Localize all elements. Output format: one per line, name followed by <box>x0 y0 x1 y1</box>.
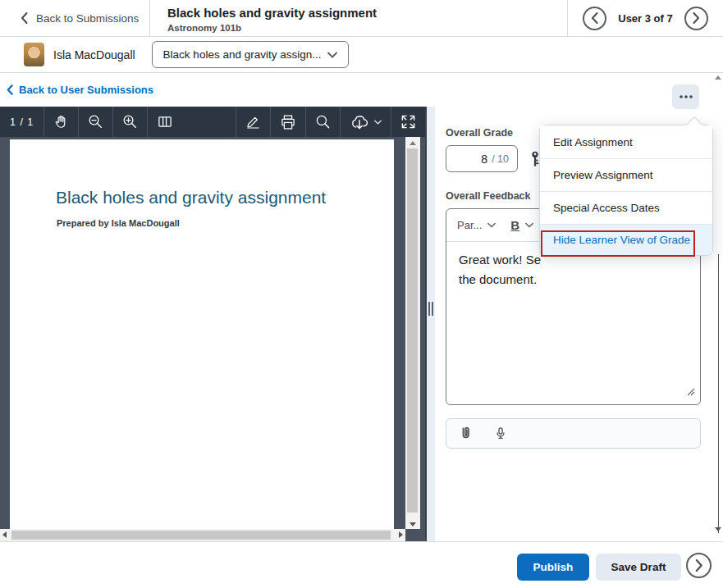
user-navigation: User 3 of 7 <box>567 0 723 36</box>
previous-user-button[interactable] <box>583 7 606 30</box>
grade-denominator: / 10 <box>492 153 509 165</box>
overall-grade-label: Overall Grade <box>446 127 513 139</box>
ellipsis-icon <box>678 93 694 100</box>
editor-resize-handle-icon[interactable] <box>687 385 695 399</box>
feedback-line-2: the document. <box>459 270 688 289</box>
download-button[interactable] <box>341 107 391 137</box>
scroll-up-arrow-icon[interactable] <box>410 141 416 145</box>
search-document-button[interactable] <box>306 107 340 137</box>
paperclip-icon <box>459 426 474 442</box>
vertical-scrollbar-thumb[interactable] <box>407 148 418 513</box>
save-draft-button[interactable]: Save Draft <box>596 554 681 581</box>
chevron-right-icon <box>695 559 703 572</box>
horizontal-scrollbar-thumb[interactable] <box>11 531 391 540</box>
download-cloud-icon <box>350 113 369 131</box>
scroll-down-arrow-icon[interactable] <box>715 527 721 531</box>
microphone-icon <box>493 426 508 442</box>
menu-item-special-access-dates[interactable]: Special Access Dates <box>540 191 712 224</box>
hand-icon <box>53 114 69 130</box>
submission-dropdown-label: Black holes and gravity assign... <box>163 48 322 61</box>
more-actions-button[interactable] <box>672 84 699 109</box>
expand-icon <box>400 114 416 130</box>
document-title: Black holes and gravity assignment <box>56 188 326 207</box>
zoom-out-button[interactable] <box>79 107 112 137</box>
course-name: Astronomy 101b <box>167 23 567 33</box>
annotate-button[interactable] <box>236 107 270 137</box>
back-to-user-submissions-label: Back to User Submissions <box>19 84 153 96</box>
publish-button[interactable]: Publish <box>517 554 589 581</box>
next-user-button[interactable] <box>684 7 708 30</box>
scroll-down-arrow-icon[interactable] <box>410 522 416 526</box>
pan-tool-button[interactable] <box>44 107 78 137</box>
menu-item-edit-assignment[interactable]: Edit Assignment <box>540 125 712 158</box>
pencil-icon <box>245 114 261 130</box>
page-indicator: 1 / 1 <box>0 107 43 137</box>
print-icon <box>280 114 296 130</box>
back-to-user-submissions-link[interactable]: Back to User Submissions <box>0 73 425 107</box>
top-header: Back to Submissions Black holes and grav… <box>0 0 723 37</box>
chevron-down-icon <box>327 52 337 58</box>
assignment-grading-page: Back to Submissions Black holes and grav… <box>0 0 723 588</box>
document-horizontal-scrollbar[interactable] <box>0 529 405 541</box>
zoom-in-icon <box>122 114 138 130</box>
back-to-submissions-link[interactable]: Back to Submissions <box>0 0 150 36</box>
avatar <box>24 43 44 66</box>
user-bar: Isla MacDougall Black holes and gravity … <box>0 37 723 73</box>
grade-input-box: / 10 <box>446 145 518 172</box>
splitter-grip-icon[interactable] <box>428 302 433 316</box>
document-page: Black holes and gravity assignment Prepa… <box>10 139 394 529</box>
menu-item-preview-assignment[interactable]: Preview Assignment <box>540 158 712 191</box>
submission-dropdown[interactable]: Black holes and gravity assign... <box>152 41 349 68</box>
footer-bar: Publish Save Draft <box>0 541 723 588</box>
feedback-attachments-bar <box>446 418 701 449</box>
print-button[interactable] <box>271 107 305 137</box>
chevron-left-icon <box>21 12 28 24</box>
paragraph-format-label: Par... <box>457 219 482 231</box>
chevron-down-icon <box>525 222 533 228</box>
scroll-up-arrow-icon[interactable] <box>715 75 721 80</box>
toolbar-spacer <box>182 107 236 137</box>
paragraph-format-dropdown[interactable]: Par... <box>457 219 496 231</box>
assignment-title: Black holes and gravity assignment <box>167 6 567 21</box>
pdf-toolbar: 1 / 1 <box>0 107 425 137</box>
chevron-left-icon <box>591 12 598 24</box>
user-name: Isla MacDougall <box>53 48 135 62</box>
attach-file-button[interactable] <box>459 426 474 442</box>
page-layout-icon <box>157 114 173 130</box>
scroll-right-arrow-icon[interactable] <box>399 531 403 538</box>
bold-button-label: B <box>510 218 519 232</box>
back-to-submissions-label: Back to Submissions <box>36 12 139 25</box>
footer-next-user-button[interactable] <box>686 553 712 578</box>
chevron-down-icon <box>374 120 382 125</box>
chevron-right-icon <box>693 12 700 24</box>
document-viewer: Black holes and gravity assignment Prepa… <box>0 137 425 541</box>
document-vertical-scrollbar[interactable] <box>405 137 420 529</box>
search-icon <box>315 114 331 130</box>
zoom-in-button[interactable] <box>113 107 147 137</box>
user-position-label: User 3 of 7 <box>618 12 672 25</box>
chevron-left-icon <box>7 84 13 95</box>
overall-feedback-label: Overall Feedback <box>446 190 531 202</box>
assignment-header: Black holes and gravity assignment Astro… <box>150 0 567 36</box>
grade-input[interactable] <box>464 153 487 166</box>
assignment-actions-menu: Edit Assignment Preview Assignment Speci… <box>539 125 713 256</box>
bold-dropdown[interactable]: B <box>510 218 533 232</box>
page-layout-button[interactable] <box>148 107 182 137</box>
page-scrollbar-thumb[interactable] <box>718 254 719 533</box>
page-scrollbar[interactable] <box>712 73 723 541</box>
menu-item-hide-learner-view-of-grade[interactable]: Hide Learner View of Grade <box>540 224 712 255</box>
chevron-down-icon <box>487 222 496 228</box>
zoom-out-icon <box>88 114 103 130</box>
fullscreen-button[interactable] <box>391 107 425 137</box>
panel-splitter[interactable] <box>425 107 435 541</box>
record-audio-button[interactable] <box>493 426 508 442</box>
scroll-left-arrow-icon[interactable] <box>2 531 7 538</box>
document-byline: Prepared by Isla MacDougall <box>57 218 180 228</box>
